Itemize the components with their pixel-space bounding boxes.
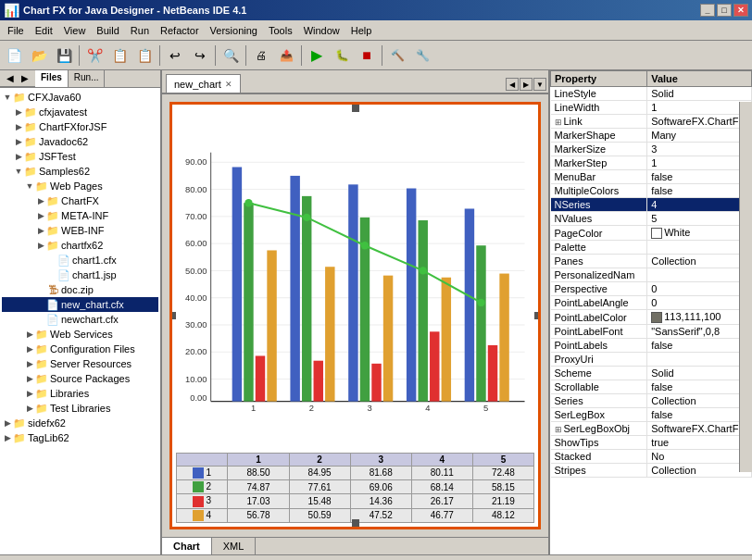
prop-scrollable[interactable]: Scrollable false xyxy=(551,380,752,394)
tree-item-configfiles[interactable]: ▶ 📁 Configuration Files xyxy=(2,342,158,356)
file-tree[interactable]: ▼ 📁 CFXJava60 ▶ 📁 cfxjavatest ▶ 📁 ChartF… xyxy=(0,88,160,554)
tree-item-jsftest[interactable]: ▶ 📁 JSFTest xyxy=(2,149,158,164)
toolbar-undo[interactable]: ↩ xyxy=(163,44,187,68)
prop-pointlabelfont[interactable]: PointLabelFont "SansSerif",0,8 xyxy=(551,325,752,339)
toolbar-clean-build[interactable]: 🔧 xyxy=(410,44,434,68)
minimize-button[interactable]: _ xyxy=(700,4,715,17)
prop-serlegbox[interactable]: SerLegBox false xyxy=(551,408,752,422)
toolbar-open[interactable]: 📂 xyxy=(27,44,51,68)
prop-showtips[interactable]: ShowTips true xyxy=(551,436,752,450)
maximize-button[interactable]: □ xyxy=(717,4,732,17)
prop-markershape[interactable]: MarkerShape Many xyxy=(551,129,752,143)
tree-item-taglib62[interactable]: ▶ 📁 TagLib62 xyxy=(2,430,158,445)
toolbar-deploy[interactable]: 📤 xyxy=(274,44,298,68)
tree-item-chartfx62[interactable]: ▶ 📁 chartfx62 xyxy=(2,238,158,253)
prop-multiplecolors[interactable]: MultipleColors false xyxy=(551,184,752,198)
toolbar-copy[interactable]: 📋 xyxy=(107,44,132,68)
menu-window[interactable]: Window xyxy=(298,20,345,41)
toolbar-new[interactable]: 📄 xyxy=(2,44,26,68)
prop-proxyuri[interactable]: ProxyUri xyxy=(551,353,752,367)
tree-item-chart1jsp[interactable]: ▶ 📄 chart1.jsp xyxy=(2,268,158,282)
tab-new-chart[interactable]: new_chart ✕ xyxy=(166,74,241,93)
tab-run[interactable]: Run... xyxy=(69,70,106,87)
panel-nav-forward[interactable]: ▶ xyxy=(19,72,31,84)
bottom-tab-chart[interactable]: Chart xyxy=(162,538,212,554)
tree-item-cfxjava60[interactable]: ▼ 📁 CFXJava60 xyxy=(2,90,158,105)
tab-nav-left[interactable]: ◀ xyxy=(506,78,519,91)
prop-nseries[interactable]: NSeries 4 xyxy=(551,198,752,212)
tree-item-chartfxforjsf[interactable]: ▶ 📁 ChartFXforJSF xyxy=(2,119,158,134)
toolbar-redo[interactable]: ↪ xyxy=(188,44,212,68)
toolbar-debug[interactable]: 🐛 xyxy=(330,44,354,68)
menu-run[interactable]: Run xyxy=(125,20,155,41)
prop-series[interactable]: Series Collection xyxy=(551,394,752,408)
legend-col-3: 3 xyxy=(350,453,411,466)
prop-markersize[interactable]: MarkerSize 3 xyxy=(551,143,752,156)
prop-serlegboxobj[interactable]: ⊞SerLegBoxObj SoftwareFX.ChartF xyxy=(551,422,752,436)
tree-item-javadoc62[interactable]: ▶ 📁 Javadoc62 xyxy=(2,134,158,149)
menu-refactor[interactable]: Refactor xyxy=(155,20,205,41)
toolbar-stop[interactable]: ■ xyxy=(355,44,379,68)
prop-pointlabels[interactable]: PointLabels false xyxy=(551,339,752,353)
prop-panes[interactable]: Panes Collection xyxy=(551,255,752,268)
prop-menubar[interactable]: MenuBar false xyxy=(551,170,752,184)
menu-build[interactable]: Build xyxy=(91,20,124,41)
tree-item-webinf[interactable]: ▶ 📁 WEB-INF xyxy=(2,223,158,238)
menu-versioning[interactable]: Versioning xyxy=(205,20,263,41)
legend-val-2-4: 68.14 xyxy=(411,479,472,493)
menu-view[interactable]: View xyxy=(58,20,92,41)
prop-markerstep[interactable]: MarkerStep 1 xyxy=(551,156,752,170)
toolbar-print[interactable]: 🖨 xyxy=(249,44,273,68)
tree-item-testlibraries[interactable]: ▶ 📁 Test Libraries xyxy=(2,401,158,416)
panel-nav-back[interactable]: ◀ xyxy=(4,72,17,84)
prop-nvalues[interactable]: NValues 5 xyxy=(551,212,752,226)
prop-scheme[interactable]: Scheme Solid xyxy=(551,367,752,380)
prop-personalizedname[interactable]: PersonalizedNam xyxy=(551,268,752,282)
prop-pointlabelangle[interactable]: PointLabelAngle 0 xyxy=(551,296,752,310)
toolbar-save[interactable]: 💾 xyxy=(52,44,76,68)
prop-pointlabelcolor[interactable]: PointLabelColor 113,111,100 xyxy=(551,310,752,325)
prop-link[interactable]: ⊞Link SoftwareFX.ChartF xyxy=(551,115,752,129)
tree-item-samples62[interactable]: ▼ 📁 Samples62 xyxy=(2,164,158,179)
menu-edit[interactable]: Edit xyxy=(30,20,58,41)
toolbar-find[interactable]: 🔍 xyxy=(219,44,243,68)
menu-tools[interactable]: Tools xyxy=(263,20,298,41)
tree-item-libraries[interactable]: ▶ 📁 Libraries xyxy=(2,386,158,401)
tree-item-sidefx62[interactable]: ▶ 📁 sidefx62 xyxy=(2,416,158,430)
tree-item-sourcepackages[interactable]: ▶ 📁 Source Packages xyxy=(2,371,158,386)
toolbar-cut[interactable]: ✂️ xyxy=(82,44,107,68)
prop-linewidth[interactable]: LineWidth 1 xyxy=(551,101,752,115)
resize-handle-bottom[interactable] xyxy=(352,519,359,527)
tree-item-chart1cfx[interactable]: ▶ 📄 chart1.cfx xyxy=(2,253,158,268)
prop-stripes[interactable]: Stripes Collection xyxy=(551,464,752,478)
tree-item-doczip[interactable]: ▶ 🗜 doc.zip xyxy=(2,282,158,297)
bottom-tab-xml[interactable]: XML xyxy=(212,538,257,554)
toolbar-run[interactable]: ▶ xyxy=(305,44,329,68)
tab-close-new-chart[interactable]: ✕ xyxy=(225,80,232,89)
prop-pagecolor[interactable]: PageColor White xyxy=(551,226,752,241)
tree-item-webpages[interactable]: ▼ 📁 Web Pages xyxy=(2,179,158,193)
tree-item-cfxjavatest[interactable]: ▶ 📁 cfxjavatest xyxy=(2,105,158,119)
tab-nav-right[interactable]: ▶ xyxy=(520,78,533,91)
tree-item-webservices[interactable]: ▶ 📁 Web Services xyxy=(2,327,158,342)
tree-item-serverresources[interactable]: ▶ 📁 Server Resources xyxy=(2,356,158,371)
toolbar-build-project[interactable]: 🔨 xyxy=(385,44,409,68)
bar-s2-g5 xyxy=(476,245,485,401)
legend-header-series xyxy=(177,453,228,466)
tree-item-metainf[interactable]: ▶ 📁 META-INF xyxy=(2,208,158,223)
expander-serlegboxobj: ⊞ xyxy=(555,425,562,434)
prop-palette[interactable]: Palette xyxy=(551,241,752,255)
toolbar-paste[interactable]: 📋 xyxy=(132,44,157,68)
menu-help[interactable]: Help xyxy=(345,20,378,41)
menu-file[interactable]: File xyxy=(2,20,30,41)
close-button[interactable]: ✕ xyxy=(733,4,748,17)
tab-files[interactable]: Files xyxy=(35,70,69,87)
scrollbar-right[interactable] xyxy=(739,102,752,472)
prop-stacked[interactable]: Stacked No xyxy=(551,450,752,464)
tree-item-newchart2cfx[interactable]: ▶ 📄 newchart.cfx xyxy=(2,312,158,327)
tab-nav-menu[interactable]: ▼ xyxy=(533,78,546,91)
prop-linestyle[interactable]: LineStyle Solid xyxy=(551,87,752,101)
prop-perspective[interactable]: Perspective 0 xyxy=(551,282,752,296)
tree-item-newchartcfx[interactable]: ▶ 📄 new_chart.cfx xyxy=(2,297,158,312)
tree-item-chartfx[interactable]: ▶ 📁 ChartFX xyxy=(2,193,158,208)
